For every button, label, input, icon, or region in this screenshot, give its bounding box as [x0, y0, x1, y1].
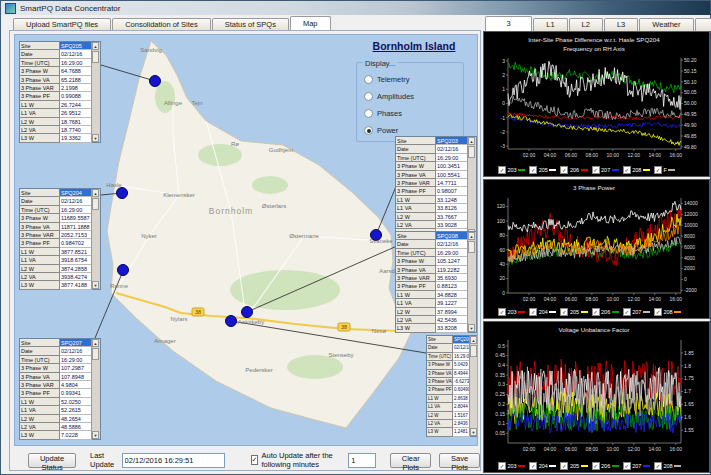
display-option-telemetry[interactable]: Telemetry	[364, 72, 463, 87]
site-table-spq207: SiteSPQ207Date02/12/16Time (UTC)16:29:00…	[19, 338, 101, 440]
chart-title: Voltage Unbalance Factor	[558, 326, 629, 333]
table-row: L1 VA26.9512	[20, 109, 100, 117]
chart-tab-weather[interactable]: Weather	[639, 18, 693, 31]
scrollbar-thumb[interactable]	[92, 348, 99, 360]
legend-checkbox-207[interactable]: ✓	[592, 166, 600, 174]
bottom-bar: Update Status Last Update ✓ Auto Update …	[10, 449, 480, 471]
site-marker[interactable]	[117, 188, 128, 199]
scroll-up-arrow[interactable]: ▲	[470, 336, 477, 344]
legend-checkbox-205[interactable]: ✓	[560, 308, 568, 316]
table-row: 3 Phase VA65.2188	[20, 76, 100, 84]
site-marker[interactable]	[242, 307, 253, 318]
legend-checkbox-203[interactable]: ✓	[498, 308, 506, 316]
scrollbar-thumb[interactable]	[468, 146, 475, 158]
table-row: L3 W33.8208	[396, 324, 476, 332]
value-cell: 02/12/16	[453, 344, 470, 352]
table-scrollbar[interactable]: ▲▼	[469, 336, 478, 436]
scrollbar-thumb[interactable]	[92, 51, 99, 63]
x-tick: 16:00	[669, 152, 682, 158]
save-plots-button[interactable]: Save Plots	[439, 453, 480, 468]
site-marker[interactable]	[226, 316, 237, 327]
chart-tab-l2[interactable]: L2	[569, 18, 603, 31]
table-scrollbar[interactable]: ▲▼	[91, 189, 100, 289]
legend-checkbox-205[interactable]: ✓	[560, 462, 568, 470]
legend-checkbox-F[interactable]: ✓	[654, 166, 662, 174]
legend-checkbox-208[interactable]: ✓	[654, 308, 662, 316]
x-tick: 02:00	[523, 296, 536, 302]
row-label: 3 Phase VA	[20, 76, 60, 84]
clear-plots-button[interactable]: Clear Plots	[390, 453, 431, 468]
chart-tab-3-phase[interactable]: 3 Phase	[485, 16, 532, 31]
site-id-cell: SPQ206	[453, 336, 470, 344]
legend-checkbox-203[interactable]: ✓	[498, 166, 506, 174]
value-cell: 14.7711	[436, 179, 468, 187]
scrollbar-thumb[interactable]	[468, 241, 475, 253]
scrollbar-thumb[interactable]	[92, 198, 99, 210]
chart-tab-v-thd[interactable]: V THD	[695, 18, 711, 31]
display-option-label: Power	[377, 126, 398, 135]
table-row: L1 W26.7244	[20, 101, 100, 109]
radio-icon	[364, 126, 373, 135]
legend-checkbox-205[interactable]: ✓	[529, 166, 537, 174]
town-label-arnager: Arnager	[154, 338, 175, 344]
scroll-down-arrow[interactable]: ▼	[92, 431, 99, 439]
legend-checkbox-208[interactable]: ✓	[654, 462, 662, 470]
value-cell: 5.0429	[453, 361, 470, 369]
legend-checkbox-208[interactable]: ✓	[623, 166, 631, 174]
table-scrollbar[interactable]: ▲▼	[91, 42, 100, 142]
scroll-up-arrow[interactable]: ▲	[92, 189, 99, 197]
y-right-tick: 1.75	[684, 375, 694, 381]
display-option-phases[interactable]: Phases	[364, 106, 463, 121]
scroll-up-arrow[interactable]: ▲	[468, 137, 475, 145]
table-scrollbar[interactable]: ▲▼	[467, 137, 476, 237]
legend-checkbox-207[interactable]: ✓	[623, 462, 631, 470]
last-update-field[interactable]	[122, 453, 225, 468]
legend-checkbox-207[interactable]: ✓	[623, 308, 631, 316]
legend-checkbox-206[interactable]: ✓	[592, 308, 600, 316]
legend-checkbox-204[interactable]: ✓	[529, 462, 537, 470]
chart-tab-l3[interactable]: L3	[604, 18, 638, 31]
legend-checkbox-206[interactable]: ✓	[560, 166, 568, 174]
chart-tab-l1[interactable]: L1	[533, 18, 567, 31]
row-label: L1 VA	[396, 299, 436, 307]
auto-update-checkbox[interactable]: ✓	[251, 455, 259, 465]
x-tick: 14:00	[649, 152, 662, 158]
site-marker[interactable]	[150, 76, 161, 87]
scroll-up-arrow[interactable]: ▲	[92, 42, 99, 50]
scroll-down-arrow[interactable]: ▼	[468, 324, 475, 332]
row-label: 3 Phase PF	[396, 187, 436, 195]
chart-legend: ✓203✓204✓205✓206✓207✓208	[498, 308, 681, 316]
map-title: Bornholm Island	[353, 40, 475, 52]
tab-map[interactable]: Map	[290, 16, 331, 31]
table-scrollbar[interactable]: ▲▼	[467, 232, 476, 332]
legend-checkbox-204[interactable]: ✓	[529, 308, 537, 316]
legend-label: 208	[632, 167, 641, 173]
scroll-up-arrow[interactable]: ▲	[92, 339, 99, 347]
legend-checkbox-206[interactable]: ✓	[592, 462, 600, 470]
y-left-tick: 1	[502, 86, 505, 92]
scrollbar-thumb[interactable]	[470, 345, 477, 357]
legend-item-203: ✓203	[498, 308, 525, 316]
row-label: L3 W	[20, 281, 60, 289]
y-right-tick: 50.15	[684, 68, 697, 74]
scroll-up-arrow[interactable]: ▲	[468, 232, 475, 240]
scroll-down-arrow[interactable]: ▼	[470, 428, 477, 436]
legend-item-206: ✓206	[592, 308, 619, 316]
road-badge-label: 38	[341, 324, 347, 330]
table-row: 3 Phase VAR2052.7153	[20, 231, 100, 239]
scroll-down-arrow[interactable]: ▼	[92, 281, 99, 289]
chart-title: Frequency on RH Axis	[563, 45, 625, 52]
update-status-button[interactable]: Update Status	[28, 453, 76, 468]
table-scrollbar[interactable]: ▲▼	[91, 339, 100, 439]
site-marker[interactable]	[118, 265, 129, 276]
row-label: L1 W	[20, 398, 60, 406]
row-label: 3 Phase VA	[396, 171, 436, 179]
legend-item-204: ✓204	[529, 462, 556, 470]
app-window: SmartPQ Data Concentrator Upload SmartPQ…	[0, 0, 711, 475]
table-row: 3 Phase W11689.5587	[20, 214, 100, 222]
auto-update-minutes-field[interactable]	[348, 453, 376, 468]
display-option-amplitudes[interactable]: Amplitudes	[364, 89, 463, 104]
scroll-down-arrow[interactable]: ▼	[92, 134, 99, 142]
legend-checkbox-203[interactable]: ✓	[498, 462, 506, 470]
y-right-tick: 1.6	[684, 414, 691, 420]
